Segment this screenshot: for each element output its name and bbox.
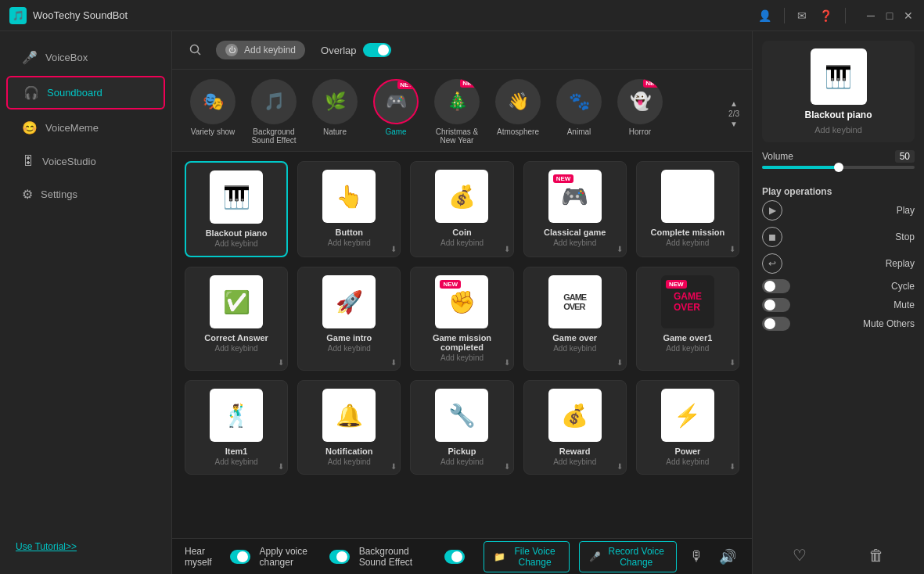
sound-correct-answer[interactable]: ✅ Correct Answer Add keybind ⬇ bbox=[185, 267, 288, 371]
sound-reward[interactable]: 💰 Reward Add keybind ⬇ bbox=[523, 380, 627, 475]
game-mission-new-badge: NEW bbox=[440, 280, 461, 289]
sound-game-over1[interactable]: NEW GAMEOVER Game over1 Add keybind ⬇ bbox=[636, 267, 739, 371]
volume-slider-track[interactable] bbox=[762, 166, 915, 169]
sidebar-item-voicestudio[interactable]: 🎛 VoiceStudio bbox=[6, 146, 165, 176]
sound-game-over[interactable]: GAMEOVER Game over Add keybind ⬇ bbox=[523, 267, 627, 371]
volume-slider-thumb[interactable] bbox=[834, 163, 843, 172]
volume-slider-fill bbox=[762, 166, 839, 169]
category-nav: ▲ 2/3 ▼ bbox=[728, 99, 739, 128]
game-over-keybind[interactable]: Add keybind bbox=[553, 344, 596, 353]
stop-button[interactable]: ◼ bbox=[762, 227, 782, 247]
voicebox-icon: 🎤 bbox=[22, 50, 38, 65]
sidebar-label-voicebox: VoiceBox bbox=[45, 52, 88, 63]
power-keybind[interactable]: Add keybind bbox=[666, 457, 709, 466]
sidebar-label-soundboard: Soundboard bbox=[47, 87, 102, 99]
favorite-button[interactable]: ♡ bbox=[793, 546, 807, 565]
category-game[interactable]: NEW 🎮 Game bbox=[368, 76, 424, 151]
category-background[interactable]: 🎵 BackgroundSound Effect bbox=[246, 76, 302, 151]
blackout-piano-img: 🎹 bbox=[210, 170, 263, 224]
game-over1-new-badge: NEW bbox=[666, 280, 687, 289]
tutorial-link[interactable]: Use Tutorial>> bbox=[0, 529, 171, 565]
button-keybind[interactable]: Add keybind bbox=[328, 239, 371, 247]
pickup-keybind[interactable]: Add keybind bbox=[440, 457, 484, 466]
delete-button[interactable]: 🗑 bbox=[868, 546, 884, 565]
sound-classical-game[interactable]: NEW🎮 Classical game Add keybind ⬇ bbox=[523, 161, 627, 257]
complete-mission-keybind[interactable]: Add keybind bbox=[666, 239, 709, 247]
category-variety[interactable]: 🎭 Variety show bbox=[185, 76, 241, 151]
sound-item1[interactable]: 🕺 Item1 Add keybind ⬇ bbox=[185, 380, 288, 475]
minimize-button[interactable]: ─ bbox=[865, 9, 877, 22]
volume-value: 50 bbox=[895, 150, 915, 163]
sidebar-item-voicebox[interactable]: 🎤 VoiceBox bbox=[6, 42, 165, 73]
sound-button[interactable]: 👆 Button Add keybind ⬇ bbox=[297, 161, 401, 257]
classical-game-keybind[interactable]: Add keybind bbox=[553, 239, 596, 247]
pickup-dl-icon: ⬇ bbox=[504, 462, 510, 471]
play-button[interactable]: ▶ bbox=[762, 200, 782, 221]
sidebar-item-settings[interactable]: ⚙ Settings bbox=[6, 179, 165, 210]
reward-keybind[interactable]: Add keybind bbox=[553, 457, 596, 466]
sound-notification[interactable]: 🔔 Notification Add keybind ⬇ bbox=[297, 380, 401, 475]
correct-answer-keybind[interactable]: Add keybind bbox=[215, 344, 258, 353]
nature-circle: 🌿 bbox=[312, 79, 358, 124]
file-voice-change-label: File Voice Change bbox=[510, 546, 560, 568]
hear-myself-toggle[interactable] bbox=[230, 550, 250, 564]
search-button[interactable] bbox=[185, 39, 207, 61]
mail-icon[interactable]: ✉ bbox=[797, 9, 807, 22]
record-voice-change-button[interactable]: 🎤 Record Voice Change bbox=[579, 541, 677, 572]
replay-button[interactable]: ↩ bbox=[762, 253, 782, 274]
blackout-piano-keybind[interactable]: Add keybind bbox=[215, 239, 258, 248]
category-next-button[interactable]: ▼ bbox=[730, 120, 738, 128]
help-icon[interactable]: ❓ bbox=[819, 9, 832, 22]
sound-coin[interactable]: 💰 Coin Add keybind ⬇ bbox=[410, 161, 513, 257]
coin-keybind[interactable]: Add keybind bbox=[440, 239, 484, 247]
sound-blackout-piano[interactable]: 🎹 Blackout piano Add keybind bbox=[185, 161, 288, 257]
overlap-toggle[interactable] bbox=[363, 43, 391, 57]
category-animal[interactable]: 🐾 Animal bbox=[551, 76, 607, 151]
atmosphere-circle: 👋 bbox=[495, 79, 541, 124]
cycle-toggle[interactable] bbox=[762, 279, 790, 293]
game-over1-keybind[interactable]: Add keybind bbox=[666, 344, 709, 353]
preview-keybind[interactable]: Add keybind bbox=[814, 125, 862, 135]
background-sound-toggle[interactable] bbox=[444, 550, 465, 564]
sound-game-intro[interactable]: 🚀 Game intro Add keybind ⬇ bbox=[297, 267, 401, 371]
sound-complete-mission[interactable]: 🏔 Complete mission Add keybind ⬇ bbox=[636, 161, 739, 257]
power-dl-icon: ⬇ bbox=[729, 462, 735, 471]
nature-label: Nature bbox=[323, 127, 347, 136]
file-voice-change-button[interactable]: 📁 File Voice Change bbox=[484, 541, 570, 572]
mute-toggle[interactable] bbox=[762, 298, 790, 312]
sidebar-label-voicestudio: VoiceStudio bbox=[42, 156, 96, 167]
notification-keybind[interactable]: Add keybind bbox=[328, 457, 371, 466]
maximize-button[interactable]: □ bbox=[883, 9, 896, 22]
titlebar-sep2 bbox=[845, 8, 846, 23]
category-christmas[interactable]: NEW 🎄 Christmas &New Year bbox=[429, 76, 485, 151]
speaker-icon-button[interactable]: 🔊 bbox=[716, 548, 739, 565]
user-icon[interactable]: 👤 bbox=[758, 9, 771, 22]
game-intro-dl-icon: ⬇ bbox=[390, 358, 397, 367]
sound-power[interactable]: ⚡ Power Add keybind ⬇ bbox=[636, 380, 739, 475]
sidebar-item-soundboard[interactable]: 🎧 Soundboard bbox=[6, 76, 165, 109]
microphone-icon-button[interactable]: 🎙 bbox=[686, 548, 706, 565]
game-over1-img: NEW GAMEOVER bbox=[661, 275, 714, 328]
complete-mission-img: 🏔 bbox=[661, 170, 714, 223]
game-intro-keybind[interactable]: Add keybind bbox=[328, 344, 371, 353]
close-button[interactable]: ✕ bbox=[902, 9, 915, 22]
item1-keybind[interactable]: Add keybind bbox=[215, 457, 258, 466]
preview-card: 🎹 Blackout piano Add keybind bbox=[762, 41, 915, 142]
sound-game-mission[interactable]: NEW✊ Game missioncompleted Add keybind ⬇ bbox=[410, 267, 513, 371]
category-prev-button[interactable]: ▲ bbox=[730, 99, 738, 108]
volume-row: Volume 50 bbox=[762, 150, 915, 163]
file-icon: 📁 bbox=[494, 551, 505, 562]
game-over-img: GAMEOVER bbox=[548, 275, 602, 328]
category-horror[interactable]: NEW 👻 Horror bbox=[612, 76, 668, 151]
sound-pickup[interactable]: 🔧 Pickup Add keybind ⬇ bbox=[410, 380, 513, 475]
category-atmosphere[interactable]: 👋 Atmosphere bbox=[490, 76, 546, 151]
game-intro-name: Game intro bbox=[326, 333, 372, 343]
apply-voice-changer-toggle[interactable] bbox=[329, 550, 350, 564]
reward-img: 💰 bbox=[548, 389, 602, 442]
add-keybind-button[interactable]: ⏻ Add keybind bbox=[216, 41, 305, 59]
category-nature[interactable]: 🌿 Nature bbox=[307, 76, 363, 151]
sidebar-item-voicememe[interactable]: 😊 VoiceMeme bbox=[6, 113, 165, 143]
blackout-piano-name: Blackout piano bbox=[206, 228, 268, 238]
mute-others-toggle[interactable] bbox=[762, 317, 790, 331]
game-mission-keybind[interactable]: Add keybind bbox=[440, 353, 484, 362]
